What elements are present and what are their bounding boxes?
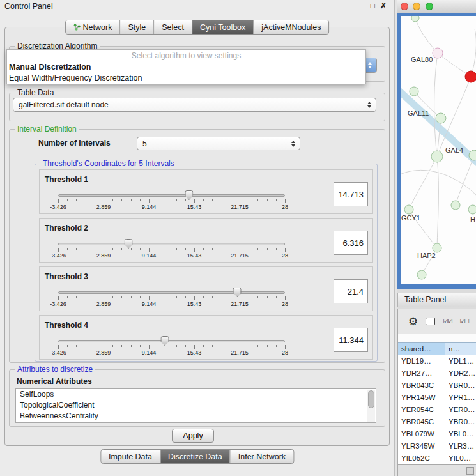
- tab-impute-data[interactable]: Impute Data: [101, 450, 160, 463]
- cell-shared-name: YBR043C: [398, 380, 445, 392]
- combo-value: 5: [137, 139, 147, 148]
- network-node[interactable]: [404, 205, 413, 214]
- tab-jactivemnodules[interactable]: jActiveMNodules: [253, 20, 328, 34]
- network-node[interactable]: [417, 270, 426, 279]
- table-row[interactable]: YBL079WYBL0…: [398, 428, 476, 440]
- table-panel-title: Table Panel: [404, 295, 446, 304]
- threshold-value-field[interactable]: 14.713: [334, 182, 368, 206]
- algorithm-option[interactable]: Manual Discretization: [7, 62, 365, 73]
- right-pane: GAL80GAL11GAL4GCY1HHAP2 Table Panel ⚙ ☑☑…: [397, 0, 476, 476]
- scrollbar-thumb[interactable]: [368, 390, 374, 408]
- minimize-traffic-light[interactable]: [413, 3, 420, 10]
- network-node-label: GCY1: [401, 214, 420, 222]
- cell-name: YDR2…: [445, 367, 476, 380]
- algorithm-placeholder-option[interactable]: Select algorithm to view settings: [7, 51, 365, 62]
- table-panel-window: ⚙ ☑☑ ☑☐ shared… n… YDL19…YDL1…YDR27…YDR2…: [397, 309, 476, 476]
- algorithm-option[interactable]: Equal Width/Frequency Discretization: [7, 73, 365, 84]
- tab-discretize-data[interactable]: Discretize Data: [160, 450, 230, 463]
- table-row[interactable]: YLR345WYLR3…: [398, 440, 476, 452]
- table-data-combobox[interactable]: galFiltered.sif default node: [13, 98, 376, 112]
- network-node[interactable]: [431, 151, 443, 162]
- cell-shared-name: YPR145W: [398, 392, 445, 404]
- control-panel-titlebar: Control Panel □ ✗: [0, 0, 394, 13]
- close-traffic-light[interactable]: [401, 3, 408, 10]
- network-canvas[interactable]: GAL80GAL11GAL4GCY1HHAP2: [401, 16, 476, 284]
- network-node[interactable]: [468, 205, 476, 214]
- tab-network[interactable]: Network: [66, 20, 120, 34]
- table-row[interactable]: YER054CYER0…: [398, 404, 476, 416]
- table-row[interactable]: YIL052CYIL0…: [398, 452, 476, 464]
- network-node[interactable]: [451, 201, 460, 210]
- slider-track[interactable]: [58, 340, 285, 342]
- combo-arrows-icon: [291, 141, 295, 147]
- tab-label: Network: [83, 23, 112, 32]
- tab-label: Select: [162, 23, 184, 32]
- slider-track[interactable]: [58, 194, 285, 197]
- network-node-label: GAL11: [408, 109, 429, 117]
- slider-tick-labels: -3.4262.8599.14415.4321.71528: [58, 301, 285, 308]
- select-some-columns-icon[interactable]: ☑☐: [459, 318, 468, 325]
- slider-thumb[interactable]: [185, 190, 193, 200]
- threshold-value-field[interactable]: 6.316: [334, 231, 368, 255]
- column-header-shared-name[interactable]: shared…: [398, 343, 445, 355]
- slider-thumb[interactable]: [233, 288, 242, 297]
- network-node[interactable]: [436, 113, 446, 123]
- cell-shared-name: YIL052C: [398, 452, 445, 464]
- network-node-label: GAL4: [445, 146, 463, 154]
- number-of-intervals-combobox[interactable]: 5: [137, 137, 300, 150]
- slider-track[interactable]: [58, 291, 285, 294]
- attribute-list-item[interactable]: BetweennessCentrality: [16, 411, 376, 422]
- column-header-name[interactable]: n…: [445, 343, 476, 355]
- tab-cyni-toolbox[interactable]: Cyni Toolbox: [192, 20, 253, 34]
- table-row[interactable]: YDL19…YDL1…: [398, 355, 476, 367]
- gear-icon[interactable]: ⚙: [408, 316, 418, 327]
- attribute-list-item[interactable]: SelfLoops: [16, 389, 376, 400]
- table-row[interactable]: YBR045CYBR0…: [398, 416, 476, 428]
- cell-name: YPR1…: [445, 392, 476, 404]
- slider-tick-labels: -3.4262.8599.14415.4321.71528: [58, 349, 285, 357]
- network-node-label: GAL80: [411, 56, 433, 63]
- table-toolbar: ⚙ ☑☑ ☑☐: [398, 309, 476, 334]
- float-window-icon[interactable]: □: [371, 1, 375, 10]
- select-all-columns-icon[interactable]: ☑☑: [443, 318, 452, 325]
- tab-select[interactable]: Select: [153, 20, 192, 34]
- slider-thumb[interactable]: [125, 239, 133, 249]
- thresholds-group: Threshold's Coordinates for 5 Intervals …: [35, 164, 378, 362]
- network-node[interactable]: [465, 71, 476, 82]
- tab-label: Impute Data: [109, 452, 152, 461]
- threshold-slider[interactable]: -3.4262.8599.14415.4321.71528: [58, 239, 285, 259]
- close-window-icon[interactable]: ✗: [380, 1, 387, 10]
- cell-name: YDL1…: [445, 355, 476, 367]
- network-node-label: HAP2: [417, 252, 436, 259]
- tab-label: Discretize Data: [168, 452, 222, 461]
- threshold-value-field[interactable]: 11.344: [334, 328, 368, 352]
- threshold-slider[interactable]: -3.4262.8599.14415.4321.71528: [58, 336, 285, 357]
- control-panel-window: Control Panel □ ✗ NetworkStyleSelectCyni…: [0, 0, 395, 476]
- network-node[interactable]: [433, 48, 443, 58]
- columns-icon[interactable]: [426, 318, 435, 325]
- table-row[interactable]: YDR27…YDR2…: [398, 367, 476, 380]
- resize-grip[interactable]: [466, 467, 474, 475]
- slider-track[interactable]: [58, 243, 285, 245]
- threshold-slider[interactable]: -3.4262.8599.14415.4321.71528: [58, 288, 285, 308]
- tab-style[interactable]: Style: [119, 20, 153, 34]
- network-node[interactable]: [469, 150, 476, 160]
- zoom-traffic-light[interactable]: [426, 3, 433, 10]
- network-node[interactable]: [410, 87, 418, 96]
- slider-thumb[interactable]: [160, 336, 169, 346]
- tab-infer-network[interactable]: Infer Network: [230, 450, 293, 463]
- threshold-block: Threshold 1 -3.4262.8599.14415.4321.7152…: [39, 169, 373, 214]
- apply-button[interactable]: Apply: [172, 429, 214, 443]
- threshold-label: Threshold 4: [45, 321, 88, 330]
- threshold-slider[interactable]: -3.4262.8599.14415.4321.71528: [58, 190, 285, 211]
- numerical-attributes-list[interactable]: SelfLoopsTopologicalCoefficientBetweenne…: [15, 388, 376, 423]
- attributes-scrollbar[interactable]: [367, 390, 375, 422]
- network-node[interactable]: [433, 243, 441, 252]
- combo-arrows-icon: [367, 102, 371, 108]
- table-row[interactable]: YBR043CYBR0…: [398, 380, 476, 392]
- threshold-value-field[interactable]: 21.4: [334, 279, 368, 303]
- table-row[interactable]: YPR145WYPR1…: [398, 392, 476, 404]
- network-node[interactable]: [411, 16, 419, 22]
- attribute-list-item[interactable]: TopologicalCoefficient: [16, 400, 376, 411]
- slider-ticks: [58, 345, 285, 349]
